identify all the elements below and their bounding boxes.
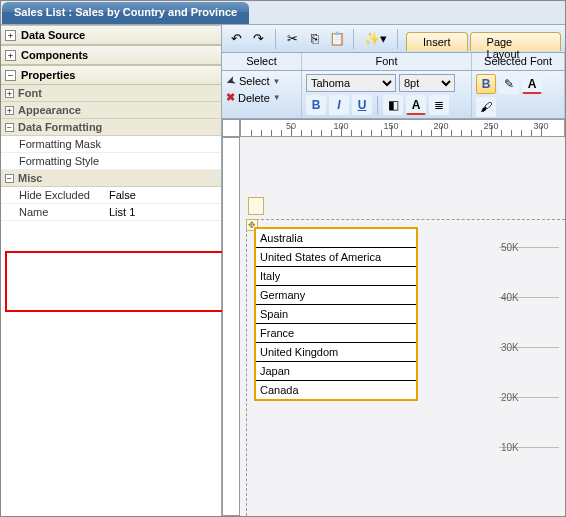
design-canvas-area: ↶ ↷ ✂ ⎘ 📋 ✨▾ Insert Page Layout Select F… [222, 25, 565, 516]
misc-highlight [5, 251, 232, 312]
prop-formatting-style[interactable]: Formatting Style [1, 153, 221, 170]
selected-brush-button[interactable]: 🖌 [476, 97, 496, 117]
ruler-tick-label: 300 [533, 121, 548, 131]
list-item[interactable]: Japan [256, 362, 416, 381]
section-components[interactable]: + Components [1, 45, 221, 65]
group-select-label: Select [222, 53, 302, 70]
select-tool-button[interactable]: ➤ Select ▼ [226, 74, 297, 88]
selected-font-color-button[interactable]: A [522, 74, 542, 94]
list-item[interactable]: Canada [256, 381, 416, 399]
italic-button[interactable]: I [329, 95, 349, 115]
ruler-tick-label: 100 [333, 121, 348, 131]
tab-insert[interactable]: Insert [406, 32, 468, 51]
page-icon [248, 197, 264, 215]
paste-button[interactable]: 📋 [327, 28, 347, 50]
font-color-button[interactable]: A [406, 95, 426, 115]
expand-icon: + [5, 50, 16, 61]
delete-tool-button[interactable]: ✖ Delete ▼ [226, 91, 297, 104]
ruler-tick-label: 50 [286, 121, 296, 131]
prop-group-appearance[interactable]: + Appearance [1, 102, 221, 119]
wizard-button[interactable]: ✨▾ [360, 28, 391, 50]
expand-icon: + [5, 106, 14, 115]
prop-name[interactable]: Name List 1 [1, 204, 221, 221]
bold-button[interactable]: B [306, 95, 326, 115]
expand-icon: + [5, 89, 14, 98]
y-axis-label: 30K [501, 342, 519, 353]
y-axis-label: 10K [501, 442, 519, 453]
list-item[interactable]: Spain [256, 305, 416, 324]
delete-x-icon: ✖ [226, 91, 235, 104]
prop-formatting-mask[interactable]: Formatting Mask [1, 136, 221, 153]
underline-button[interactable]: U [352, 95, 372, 115]
design-canvas[interactable]: ✥ AustraliaUnited States of AmericaItaly… [240, 137, 565, 516]
list-item[interactable]: Australia [256, 229, 416, 248]
list-item[interactable]: United Kingdom [256, 343, 416, 362]
collapse-icon: − [5, 174, 14, 183]
font-name-combo[interactable]: Tahoma [306, 74, 396, 92]
section-properties[interactable]: − Properties [1, 65, 221, 85]
align-button[interactable]: ≣ [429, 95, 449, 115]
selected-bold-button[interactable]: B [476, 74, 496, 94]
horizontal-ruler: 50100150200250300 [240, 119, 565, 137]
chart-y-axis: 50K40K30K20K10K [499, 237, 559, 516]
copy-button[interactable]: ⎘ [304, 28, 324, 50]
section-data-source[interactable]: + Data Source [1, 25, 221, 45]
chevron-down-icon: ▼ [273, 77, 281, 86]
list-item[interactable]: United States of America [256, 248, 416, 267]
y-axis-label: 20K [501, 392, 519, 403]
list-item[interactable]: France [256, 324, 416, 343]
y-axis-label: 40K [501, 292, 519, 303]
ruler-corner [222, 119, 240, 137]
collapse-icon: − [5, 70, 16, 81]
list-item[interactable]: Germany [256, 286, 416, 305]
vertical-ruler [222, 137, 240, 516]
expand-icon: + [5, 30, 16, 41]
tab-page-layout[interactable]: Page Layout [470, 32, 561, 51]
collapse-icon: − [5, 123, 14, 132]
font-size-combo[interactable]: 8pt [399, 74, 455, 92]
quick-toolbar: ↶ ↷ ✂ ⎘ 📋 ✨▾ Insert Page Layout [222, 25, 565, 53]
ruler-tick-label: 150 [383, 121, 398, 131]
selected-pen-button[interactable]: ✎ [499, 74, 519, 94]
group-selected-font-label: Selected Font [472, 53, 565, 70]
y-axis-label: 50K [501, 242, 519, 253]
redo-button[interactable]: ↷ [248, 28, 268, 50]
properties-panel: + Data Source + Components − Properties … [1, 25, 222, 516]
list-item[interactable]: Italy [256, 267, 416, 286]
fill-color-button[interactable]: ◧ [383, 95, 403, 115]
chevron-down-icon: ▼ [273, 93, 281, 102]
group-font-label: Font [302, 53, 472, 70]
ruler-tick-label: 200 [433, 121, 448, 131]
prop-group-misc[interactable]: − Misc [1, 170, 221, 187]
ruler-tick-label: 250 [483, 121, 498, 131]
cut-button[interactable]: ✂ [282, 28, 302, 50]
undo-button[interactable]: ↶ [226, 28, 246, 50]
list-widget[interactable]: AustraliaUnited States of AmericaItalyGe… [254, 227, 418, 401]
prop-group-font[interactable]: + Font [1, 85, 221, 102]
prop-hide-excluded[interactable]: Hide Excluded False [1, 187, 221, 204]
prop-group-data-formatting[interactable]: − Data Formatting [1, 119, 221, 136]
cursor-icon: ➤ [224, 73, 238, 90]
window-title: Sales List : Sales by Country and Provin… [2, 2, 249, 24]
